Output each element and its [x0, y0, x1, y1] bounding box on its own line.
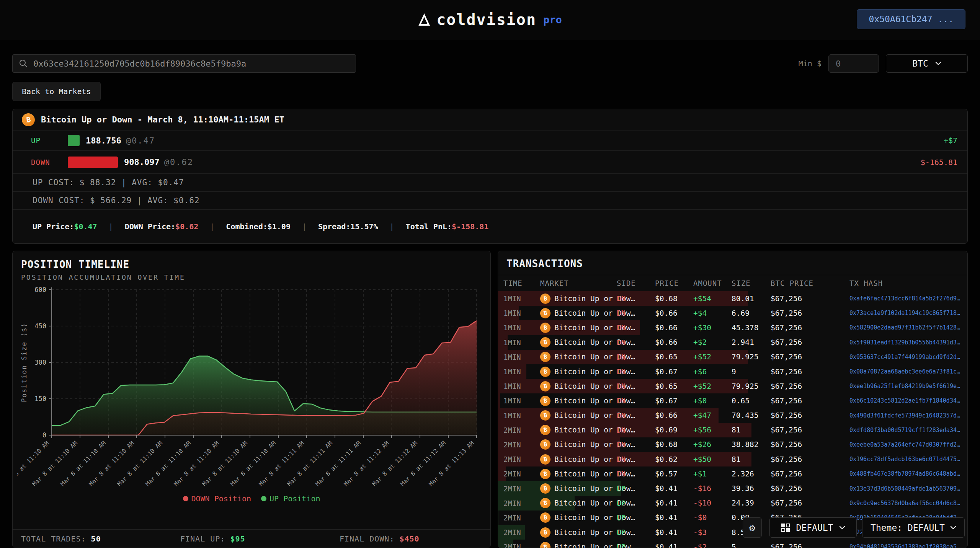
cell-market: ₿Bitcoin Up or Dow…: [540, 294, 617, 304]
cell-tx-hash[interactable]: 0x488fb467e38fb78974ad86c648abd…: [849, 470, 967, 477]
cell-size: 79.925: [732, 382, 771, 391]
cell-tx-hash[interactable]: 0x582900e2daad97f31b62f5f7b1428…: [849, 324, 967, 331]
table-row[interactable]: 2MIN₿Bitcoin Up or Dow…DN$0.57+$12.326$6…: [498, 466, 967, 481]
cell-price: $0.66: [655, 338, 693, 347]
cell-market: ₿Bitcoin Up or Dow…: [540, 527, 617, 538]
bitcoin-icon: ₿: [539, 336, 551, 348]
table-row[interactable]: 1MIN₿Bitcoin Up or Dow…DN$0.66+$3045.378…: [498, 320, 967, 335]
table-row[interactable]: 2MIN₿Bitcoin Up or Dow…DN$0.68+$2638.882…: [498, 437, 967, 452]
cell-price: $0.66: [655, 411, 693, 420]
summary-value: $-158.81: [452, 222, 488, 231]
cell-price: $0.41: [655, 543, 693, 548]
transactions-header-row: TIMEMARKETSIDEPRICEAMOUNTSIZEBTC PRICETX…: [498, 275, 967, 291]
cell-tx-hash[interactable]: 0xeebe0a53a7a264efc747d0307ffd2…: [849, 441, 967, 448]
svg-text:150: 150: [34, 395, 46, 403]
cell-market: ₿Bitcoin Up or Dow…: [540, 396, 617, 406]
cell-amount: +$4: [693, 309, 732, 318]
legend-item: UP Position: [261, 494, 320, 503]
cell-side: UP: [617, 543, 655, 548]
cell-price: $0.57: [655, 470, 693, 478]
cell-price: $0.65: [655, 352, 693, 361]
bitcoin-icon: ₿: [539, 322, 551, 333]
cell-tx-hash[interactable]: 0x9c0c9ec56378d0ba6af56cc04d6c8…: [849, 500, 967, 507]
summary-separator: |: [302, 222, 307, 231]
cell-market: ₿Bitcoin Up or Dow…: [540, 367, 617, 377]
table-row[interactable]: 1MIN₿Bitcoin Up or Dow…DN$0.65+$5279.925…: [498, 350, 967, 364]
back-to-markets-button[interactable]: Back to Markets: [12, 82, 101, 101]
search-icon: [19, 59, 28, 68]
cell-size: 0.65: [732, 396, 771, 405]
cell-tx-hash[interactable]: 0xdfd80f3ba00d5719cff1f283eda34…: [849, 427, 967, 434]
wallet-address-button[interactable]: 0x50A61Cb247 ...: [857, 9, 965, 29]
table-row[interactable]: 1MIN₿Bitcoin Up or Dow…DN$0.68+$5480.01$…: [498, 291, 967, 306]
cell-tx-hash[interactable]: 0x953637cc491a7f449199abcd9fd2d…: [849, 354, 967, 360]
currency-select[interactable]: BTC: [886, 54, 968, 73]
cell-tx-hash[interactable]: 0x73ace1e9f102da1194c19c865f718…: [849, 310, 967, 316]
cell-price: $0.41: [655, 513, 693, 522]
search-box[interactable]: [12, 54, 356, 73]
cell-time: 2MIN: [503, 470, 540, 478]
summary-separator: |: [210, 222, 214, 231]
table-row[interactable]: 1MIN₿Bitcoin Up or Dow…DN$0.66+$46.69$67…: [498, 306, 967, 320]
cell-time: 2MIN: [503, 484, 540, 493]
cell-time: 1MIN: [503, 353, 540, 361]
table-row[interactable]: 2MIN₿Bitcoin Up or Dow…DN$0.69+$5681$67,…: [498, 423, 967, 437]
table-row[interactable]: 2MIN₿Bitcoin Up or Dow…UP$0.41-$1024.39$…: [498, 496, 967, 510]
layout-select[interactable]: DEFAULT: [769, 517, 857, 538]
search-input[interactable]: [33, 59, 350, 68]
bitcoin-icon: ₿: [539, 307, 551, 319]
bitcoin-icon: ₿: [539, 380, 551, 392]
cell-btc-price: $67,256: [771, 323, 849, 332]
table-row[interactable]: 2MIN₿Bitcoin Up or Dow…UP$0.41-$25$67,25…: [498, 540, 967, 548]
svg-text:Position Size ($): Position Size ($): [20, 323, 28, 402]
cell-amount: +$2: [693, 338, 732, 347]
cell-tx-hash[interactable]: 0xafe6fac4713dcc6f814a5b2f276d9…: [849, 295, 967, 302]
settings-button[interactable]: ⚙: [743, 517, 762, 538]
cell-size: 5: [732, 543, 771, 548]
cell-market: ₿Bitcoin Up or Dow…: [540, 381, 617, 391]
column-header-size: SIZE: [732, 279, 771, 287]
cell-market: ₿Bitcoin Up or Dow…: [540, 323, 617, 333]
chart-subtitle: POSITION ACCUMULATION OVER TIME: [21, 273, 490, 281]
cell-amount: +$26: [693, 440, 732, 449]
table-row[interactable]: 1MIN₿Bitcoin Up or Dow…DN$0.66+$4770.435…: [498, 408, 967, 423]
bitcoin-icon: ₿: [539, 497, 551, 509]
table-row[interactable]: 1MIN₿Bitcoin Up or Dow…DN$0.65+$5279.925…: [498, 379, 967, 393]
bitcoin-icon: ₿: [21, 112, 36, 127]
total-trades-stat: TOTAL TRADES: 50: [13, 534, 172, 543]
cell-side: DN: [617, 411, 655, 420]
cell-tx-hash[interactable]: 0x5f9031eadf1329b3b0556b44391d3…: [849, 339, 967, 346]
cell-amount: -$3: [693, 528, 732, 537]
cell-time: 2MIN: [503, 514, 540, 522]
theme-select[interactable]: Theme: DEFAULT: [862, 517, 965, 538]
table-row[interactable]: 2MIN₿Bitcoin Up or Dow…DN$0.62+$5081$67,…: [498, 452, 967, 466]
table-row[interactable]: 1MIN₿Bitcoin Up or Dow…DN$0.67+$69$67,25…: [498, 364, 967, 379]
table-row[interactable]: 1MIN₿Bitcoin Up or Dow…DN$0.66+$22.941$6…: [498, 335, 967, 350]
position-timeline-panel: POSITION TIMELINE POSITION ACCUMULATION …: [12, 251, 491, 548]
table-row[interactable]: 1MIN₿Bitcoin Up or Dow…DN$0.67+$00.65$67…: [498, 393, 967, 408]
bitcoin-icon: ₿: [539, 453, 551, 465]
cell-tx-hash[interactable]: 0x08a70872aa68aebc3ee6e6a73f81c…: [849, 368, 967, 375]
cell-tx-hash[interactable]: 0x94b0481943536d1383ae1f2038ea5…: [849, 543, 967, 548]
min-amount-input[interactable]: [828, 54, 879, 73]
cell-tx-hash[interactable]: 0x196cc78df5adcb163be6c071d4475…: [849, 456, 967, 463]
down-pnl: $-165.81: [921, 158, 957, 167]
cell-market: ₿Bitcoin Up or Dow…: [540, 337, 617, 347]
cell-tx-hash[interactable]: 0x490d3f61fdcfe573949c16482357d…: [849, 412, 967, 419]
chevron-down-icon: [950, 526, 956, 530]
summary-value: $1.09: [268, 222, 291, 231]
summary-label: Total PnL:: [406, 222, 452, 231]
cell-market: ₿Bitcoin Up or Dow…: [540, 352, 617, 362]
app-title-badge: pro: [543, 14, 562, 26]
svg-text:300: 300: [34, 359, 46, 366]
cell-amount: -$0: [693, 513, 732, 522]
cell-tx-hash[interactable]: 0xb6c10243c5812d2ae1fb7f1840d34…: [849, 397, 967, 404]
cell-tx-hash[interactable]: 0xee1b96a25f1efb84219b9e5f6619e…: [849, 383, 967, 390]
cell-tx-hash[interactable]: 0x13e37d3d6b508449afde1ab563709…: [849, 485, 967, 492]
table-row[interactable]: 2MIN₿Bitcoin Up or Dow…UP$0.41-$1639.36$…: [498, 481, 967, 496]
cell-market: ₿Bitcoin Up or Dow…: [540, 542, 617, 548]
transactions-panel: TRANSACTIONS TIMEMARKETSIDEPRICEAMOUNTSI…: [498, 251, 968, 548]
up-shares: 188.756: [86, 136, 121, 145]
cell-time: 2MIN: [503, 499, 540, 507]
summary-label: Combined:: [226, 222, 267, 231]
